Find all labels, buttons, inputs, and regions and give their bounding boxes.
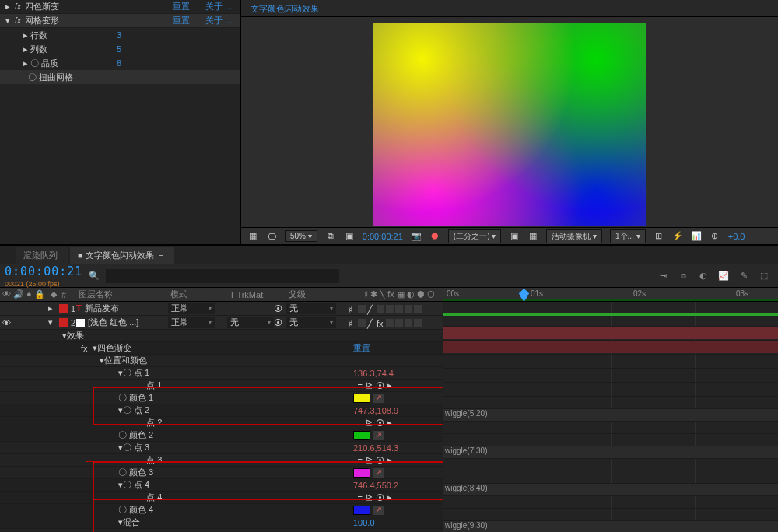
timeline-tracks[interactable]: 00s 01s 02s 03s wiggle(5,20)wiggle(7,30)…: [443, 288, 778, 532]
color-row[interactable]: 〇 颜色 3 ↗: [0, 467, 443, 479]
frame-blend-icon[interactable]: ⧈: [677, 270, 689, 282]
expression-text[interactable]: wiggle(9,30): [445, 521, 487, 530]
color-row[interactable]: 〇 颜色 1 ↗: [0, 392, 443, 404]
monitor-icon[interactable]: 🖵: [266, 231, 277, 242]
visibility-icon[interactable]: 👁: [2, 317, 12, 327]
mesh-quality[interactable]: ▸ 〇 品质8: [0, 56, 240, 70]
expr-graph-icon[interactable]: ⊵: [366, 418, 373, 428]
effect-row-mesh[interactable]: ▾ fx 网格变形 重置 关于 ...: [0, 14, 240, 28]
viewer-canvas[interactable]: [241, 17, 778, 227]
color-swatch[interactable]: [353, 394, 370, 403]
eyedropper-icon[interactable]: ↗: [373, 394, 384, 403]
point-expression-row[interactable]: ... 点 2 =⊵⦿▸: [0, 417, 443, 429]
expr-pickwhip-icon[interactable]: ⦿: [376, 456, 384, 465]
expr-equals-icon[interactable]: =: [358, 456, 363, 465]
expr-pickwhip-icon[interactable]: ⦿: [376, 493, 384, 502]
camera-dropdown[interactable]: 活动摄像机 ▾: [546, 229, 602, 243]
layer-bar[interactable]: [443, 341, 778, 353]
point-expression-row[interactable]: ... 点 4 =⊵⦿▸: [0, 492, 443, 504]
switches-icons[interactable]: ♯╱: [349, 305, 443, 313]
layer-name[interactable]: [浅色 红色 ...]: [88, 317, 138, 327]
views-dropdown[interactable]: 1个... ▾: [610, 229, 646, 243]
expr-graph-icon[interactable]: ⊵: [366, 492, 373, 502]
grid-icon[interactable]: ▦: [247, 231, 258, 242]
pixel-aspect-icon[interactable]: ⊞: [654, 231, 664, 242]
expr-equals-icon[interactable]: =: [358, 493, 363, 502]
expr-equals-icon[interactable]: =: [358, 418, 363, 428]
parent-dropdown[interactable]: 无▾: [286, 317, 336, 328]
reset-link[interactable]: 重置: [165, 15, 198, 26]
channel-icon[interactable]: ▣: [344, 231, 355, 242]
tab-composition[interactable]: ■ 文字颜色闪动效果≡: [70, 247, 174, 264]
expand-icon[interactable]: ▸: [48, 303, 53, 313]
expression-text[interactable]: wiggle(7,30): [445, 446, 487, 455]
expr-pickwhip-icon[interactable]: ⦿: [376, 418, 384, 428]
about-link[interactable]: 关于 ...: [198, 15, 240, 26]
playhead[interactable]: [524, 288, 524, 532]
expr-graph-icon[interactable]: ⊵: [366, 455, 373, 465]
chevron-right-icon[interactable]: ▸: [3, 2, 12, 12]
expr-menu-icon[interactable]: ▸: [387, 418, 392, 428]
mesh-cols[interactable]: ▸ 列数5: [0, 42, 240, 56]
position-color-group[interactable]: ▾ 位置和颜色: [0, 355, 443, 367]
exposure-value[interactable]: +0.0: [728, 232, 745, 241]
eyedropper-icon[interactable]: ↗: [373, 506, 384, 515]
color-icon[interactable]: ⬣: [429, 231, 440, 242]
blend-prop[interactable]: ▾ 混合 100.0: [0, 516, 443, 529]
viewer-tab-title[interactable]: 文字颜色闪动效果: [241, 0, 778, 17]
time-ruler[interactable]: 00s 01s 02s 03s: [443, 288, 778, 302]
point-row[interactable]: ▾ 〇 点 3 210.6,514.3: [0, 442, 443, 454]
expand-icon[interactable]: ▾: [48, 317, 53, 327]
point-row[interactable]: ▾ 〇 点 4 746.4,550.2: [0, 479, 443, 492]
layer-row[interactable]: ▸ 1 T新品发布 正常▾ ⦿ 无▾ ♯╱: [0, 302, 443, 316]
current-timecode[interactable]: 0:00:00:21: [5, 264, 82, 278]
draft-icon[interactable]: ✎: [738, 270, 750, 282]
layer-name[interactable]: 新品发布: [85, 303, 119, 313]
color-swatch[interactable]: [353, 431, 370, 440]
color-row[interactable]: 〇 颜色 2 ↗: [0, 429, 443, 442]
snapshot-icon[interactable]: 📷: [411, 231, 422, 242]
search-icon[interactable]: 🔍: [89, 271, 100, 281]
layer-bar[interactable]: [443, 327, 778, 339]
flowchart-icon[interactable]: ⊕: [710, 231, 720, 242]
about-link[interactable]: 关于 ...: [198, 1, 240, 12]
effect-row-4color[interactable]: ▸ fx 四色渐变 重置 关于 ...: [0, 0, 240, 14]
point-expression-row[interactable]: ... 点 3 =⊵⦿▸: [0, 454, 443, 467]
zoom-dropdown[interactable]: 50% ▾: [285, 230, 317, 242]
timeline-icon[interactable]: 📊: [691, 231, 702, 242]
viewer-timecode[interactable]: 0:00:00:21: [363, 232, 403, 241]
col-layername[interactable]: 图层名称: [76, 289, 168, 300]
work-area-bar[interactable]: [443, 313, 778, 316]
col-parent[interactable]: 父级: [286, 289, 336, 300]
effects-group[interactable]: ▾ 效果: [0, 330, 443, 342]
mesh-rows[interactable]: ▸ 行数3: [0, 28, 240, 42]
reset-link[interactable]: 重置: [353, 342, 443, 354]
eyedropper-icon[interactable]: ↗: [373, 431, 384, 440]
transparency-icon[interactable]: ▦: [527, 231, 538, 242]
trkmat-dropdown[interactable]: 无▾: [227, 317, 274, 328]
expression-text[interactable]: wiggle(8,40): [445, 484, 487, 492]
region-icon[interactable]: ▣: [509, 231, 520, 242]
expr-menu-icon[interactable]: ▸: [387, 492, 392, 502]
expression-text[interactable]: wiggle(5,20): [445, 409, 487, 418]
layer-row[interactable]: 👁 ▾ 2 [浅色 红色 ...] 正常▾ 无▾⦿ 无▾ ♯╱fx: [0, 316, 443, 330]
color-swatch[interactable]: [353, 468, 370, 478]
mesh-distort[interactable]: 〇 扭曲网格: [0, 70, 240, 84]
chevron-down-icon[interactable]: ▾: [3, 16, 12, 26]
color-swatch[interactable]: [353, 506, 370, 515]
expr-graph-icon[interactable]: ⊵: [366, 380, 373, 390]
reset-link[interactable]: 重置: [165, 1, 198, 12]
label-color[interactable]: [59, 318, 68, 327]
expr-pickwhip-icon[interactable]: ⦿: [376, 381, 384, 390]
tab-render-queue[interactable]: 渲染队列: [16, 247, 68, 264]
eyedropper-icon[interactable]: ↗: [373, 468, 384, 478]
col-trkmat[interactable]: T TrkMat: [227, 290, 274, 299]
col-mode[interactable]: 模式: [168, 289, 215, 300]
blend-mode-dropdown[interactable]: 正常▾: [168, 303, 215, 314]
expr-equals-icon[interactable]: =: [358, 381, 363, 390]
motion-blur-icon[interactable]: ◐: [697, 270, 710, 282]
graph-editor-icon[interactable]: 📈: [717, 270, 730, 282]
expr-menu-icon[interactable]: ▸: [387, 455, 392, 465]
color-row[interactable]: 〇 颜色 4 ↗: [0, 504, 443, 516]
parent-dropdown[interactable]: 无▾: [286, 303, 336, 314]
